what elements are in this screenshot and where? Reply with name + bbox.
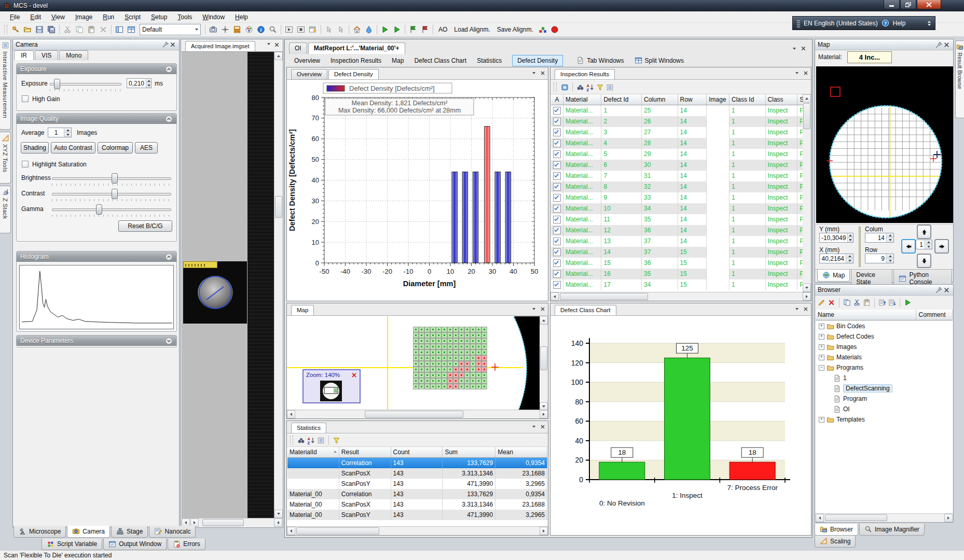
- table-row[interactable]: Material_00ScanPosX1433.313,134623,1688: [287, 499, 547, 510]
- run-button[interactable]: [391, 24, 403, 35]
- die-cell[interactable]: [442, 361, 447, 367]
- tree-item-defectscanning[interactable]: DefectScanning: [816, 383, 953, 394]
- image-set-viewport[interactable]: [182, 52, 282, 518]
- grip-handle[interactable]: [797, 19, 800, 27]
- die-cell[interactable]: [447, 367, 453, 372]
- table-row[interactable]: Material... 12 36 14 1 Inspect Pass: [551, 225, 804, 236]
- report-tab-matreport[interactable]: MatReport L:'...'Material_00'+: [308, 43, 405, 54]
- ribbon-inspection-results[interactable]: Inspection Results: [330, 57, 381, 64]
- pencil-icon[interactable]: [818, 299, 825, 306]
- device-tab-microscope[interactable]: Microscope: [13, 526, 66, 538]
- die-cell[interactable]: [459, 338, 464, 344]
- die-cell[interactable]: [459, 332, 464, 338]
- die-cell[interactable]: [424, 367, 430, 372]
- toolbar-grip[interactable]: [4, 25, 7, 34]
- column-header-count[interactable]: Count: [391, 447, 443, 457]
- menu-edit[interactable]: Edit: [25, 12, 46, 22]
- xy-colors-button[interactable]: [537, 24, 548, 35]
- row-checkbox[interactable]: [553, 270, 561, 278]
- close-icon[interactable]: [943, 286, 951, 294]
- die-cell[interactable]: [459, 384, 464, 389]
- defect-density-tab-overview[interactable]: Overview: [291, 69, 327, 79]
- menu-window[interactable]: Window: [198, 12, 229, 22]
- profile-combo[interactable]: Default: [140, 24, 201, 35]
- image-strip[interactable]: [247, 52, 275, 518]
- win-split-button[interactable]: [114, 24, 125, 35]
- die-cell[interactable]: [476, 384, 481, 389]
- die-cell[interactable]: [470, 367, 476, 372]
- die-cell[interactable]: [481, 338, 487, 344]
- die-cell[interactable]: [447, 349, 453, 355]
- gamma-slider[interactable]: [52, 204, 171, 214]
- die-cell[interactable]: [459, 327, 464, 332]
- tree-item-oi[interactable]: OI: [816, 404, 953, 414]
- minimize-button[interactable]: [884, 0, 900, 9]
- die-cell[interactable]: [447, 338, 453, 344]
- die-cell[interactable]: [413, 338, 419, 344]
- die-cell[interactable]: [464, 327, 470, 332]
- tab-list-icon[interactable]: [532, 72, 535, 74]
- die-cell[interactable]: [481, 372, 487, 378]
- user-key-button[interactable]: [10, 24, 21, 35]
- die-cell[interactable]: [481, 327, 487, 332]
- die-cell[interactable]: [464, 338, 470, 344]
- die-cell[interactable]: [442, 372, 447, 378]
- die-cell[interactable]: [447, 372, 453, 378]
- ribbon-statistics[interactable]: Statistics: [477, 57, 502, 64]
- output-tab-script-variable[interactable]: Script Variable: [42, 539, 102, 550]
- row-checkbox[interactable]: [553, 237, 561, 245]
- row-spinner[interactable]: 9: [865, 254, 894, 263]
- chev-dn-icon[interactable]: [165, 337, 173, 345]
- die-cell[interactable]: [419, 384, 424, 389]
- close-button[interactable]: [917, 0, 941, 9]
- flag-red-button[interactable]: [419, 24, 431, 35]
- close-icon[interactable]: [540, 424, 546, 430]
- exposure-value-spinner[interactable]: 0,210: [127, 78, 152, 88]
- row-checkbox[interactable]: [553, 161, 561, 169]
- die-cell[interactable]: [470, 332, 476, 338]
- x-coordinate-spinner[interactable]: 40,2164: [819, 254, 853, 263]
- die-cell[interactable]: [436, 338, 442, 344]
- dock-tab-browser[interactable]: Browser: [815, 524, 858, 536]
- record-stop-button[interactable]: [549, 24, 560, 35]
- table-row[interactable]: Correlation143133,76290,9354: [287, 458, 547, 468]
- ribbon-defect-class-chart[interactable]: Defect Class Chart: [414, 57, 466, 64]
- close-icon[interactable]: [540, 70, 546, 76]
- step-down-button[interactable]: [917, 254, 931, 268]
- output-tab-output-window[interactable]: Output Window: [103, 539, 167, 550]
- row-checkbox[interactable]: [553, 248, 561, 256]
- table-row[interactable]: Material... 3 27 14 1 Inspect Pass: [551, 127, 804, 138]
- die-cell[interactable]: [436, 384, 442, 389]
- chev-up-icon[interactable]: [165, 253, 173, 261]
- die-cell[interactable]: [436, 332, 442, 338]
- die-cell[interactable]: [476, 338, 481, 344]
- die-cell[interactable]: [447, 332, 453, 338]
- step-left-button[interactable]: [901, 239, 916, 254]
- report-tab-oi[interactable]: OI: [289, 43, 307, 54]
- die-cell[interactable]: [447, 384, 453, 389]
- menu-view[interactable]: View: [47, 12, 70, 22]
- dock-tab-image-magnifier[interactable]: Image Magnifier: [859, 524, 925, 536]
- folder-open-button[interactable]: [22, 24, 33, 35]
- die-cell[interactable]: [464, 361, 470, 367]
- table-row[interactable]: Material... 8 32 14 1 Inspect Pass: [551, 181, 804, 192]
- close-icon[interactable]: [803, 70, 809, 76]
- table-row[interactable]: Material_00ScanPosY143471,39903,2965: [287, 510, 547, 520]
- vertical-scrollbar[interactable]: [803, 94, 811, 292]
- die-cell[interactable]: [419, 338, 424, 344]
- die-cell[interactable]: [476, 372, 481, 378]
- defect-density-tab-defect-density[interactable]: Defect Density: [328, 69, 379, 79]
- table-row[interactable]: Material... 2 26 14 1 Inspect Pass: [551, 116, 804, 127]
- expand-icon[interactable]: +: [819, 344, 824, 350]
- die-cell[interactable]: [430, 344, 436, 349]
- column-header-class[interactable]: Class: [766, 94, 798, 105]
- die-cell[interactable]: [413, 355, 419, 361]
- toolbar-load-alignm-button[interactable]: Load Alignm.: [451, 25, 493, 34]
- tree-item-defect-codes[interactable]: + Defect Codes: [816, 331, 953, 342]
- die-cell[interactable]: [442, 338, 447, 344]
- paste-button[interactable]: [86, 24, 97, 35]
- die-cell[interactable]: [481, 378, 487, 384]
- die-cell[interactable]: [419, 367, 424, 372]
- die-cell[interactable]: [453, 332, 459, 338]
- table-row[interactable]: Material... 11 35 14 1 Inspect Pass: [551, 214, 804, 225]
